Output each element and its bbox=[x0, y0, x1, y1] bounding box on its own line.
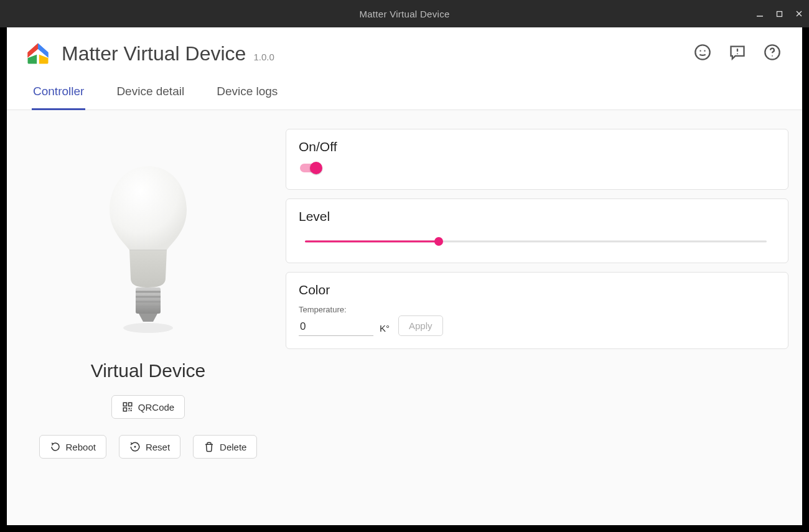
reset-label: Reset bbox=[146, 442, 170, 452]
app-title: Matter Virtual Device bbox=[62, 42, 246, 65]
help-icon[interactable] bbox=[764, 44, 781, 63]
svg-rect-19 bbox=[128, 403, 131, 406]
qrcode-label: QRCode bbox=[138, 402, 174, 413]
svg-rect-20 bbox=[123, 408, 126, 411]
svg-rect-22 bbox=[131, 408, 132, 409]
window-maximize-button[interactable] bbox=[776, 11, 783, 17]
svg-point-4 bbox=[695, 45, 709, 59]
delete-button[interactable]: Delete bbox=[193, 435, 257, 459]
controls-panel: On/Off Level Color Temperature: bbox=[286, 129, 788, 506]
svg-point-6 bbox=[704, 50, 705, 52]
delete-label: Delete bbox=[220, 442, 246, 452]
qrcode-row: QRCode bbox=[111, 395, 185, 419]
level-card: Level bbox=[286, 198, 788, 263]
tab-controller[interactable]: Controller bbox=[32, 85, 85, 110]
window-title: Matter Virtual Device bbox=[359, 9, 449, 19]
window-close-button[interactable] bbox=[795, 10, 803, 17]
lightbulb-icon bbox=[98, 160, 198, 340]
level-slider[interactable] bbox=[305, 233, 767, 250]
svg-rect-23 bbox=[128, 410, 129, 411]
svg-rect-21 bbox=[128, 408, 129, 409]
reboot-label: Reboot bbox=[66, 442, 96, 452]
temperature-label: Temperature: bbox=[299, 305, 775, 314]
os-titlebar: Matter Virtual Device bbox=[0, 0, 809, 27]
device-actions-row: Reboot Reset Delete bbox=[39, 435, 258, 459]
qrcode-button[interactable]: QRCode bbox=[111, 395, 185, 419]
temperature-input[interactable] bbox=[299, 318, 373, 336]
window-minimize-button[interactable] bbox=[756, 10, 764, 17]
device-name: Virtual Device bbox=[91, 360, 206, 381]
temperature-unit: K° bbox=[380, 323, 390, 336]
svg-point-8 bbox=[737, 53, 738, 54]
feedback-icon[interactable] bbox=[729, 44, 746, 63]
svg-point-11 bbox=[123, 323, 173, 333]
app-version: 1.0.0 bbox=[253, 52, 274, 62]
reset-icon bbox=[129, 441, 141, 452]
tabs: Controller Device detail Device logs bbox=[7, 73, 802, 110]
svg-point-5 bbox=[699, 50, 701, 52]
tab-device-detail[interactable]: Device detail bbox=[115, 85, 185, 110]
device-panel: Virtual Device QRCode Reboot Reset bbox=[21, 129, 276, 506]
svg-rect-24 bbox=[130, 410, 131, 411]
reboot-icon bbox=[50, 441, 61, 452]
topbar-icons bbox=[694, 44, 785, 63]
app-window: Matter Virtual Device 1.0.0 Controller D… bbox=[7, 27, 802, 525]
tab-device-logs[interactable]: Device logs bbox=[215, 85, 279, 110]
google-home-logo-icon bbox=[24, 40, 52, 67]
onoff-switch[interactable] bbox=[299, 162, 321, 174]
svg-point-25 bbox=[134, 446, 136, 448]
topbar: Matter Virtual Device 1.0.0 bbox=[7, 27, 802, 73]
qrcode-icon bbox=[122, 401, 133, 413]
window-buttons bbox=[756, 0, 803, 27]
trash-icon bbox=[203, 441, 215, 452]
onoff-title: On/Off bbox=[299, 139, 775, 154]
color-title: Color bbox=[299, 282, 775, 297]
content: Virtual Device QRCode Reboot Reset bbox=[7, 110, 802, 525]
reset-button[interactable]: Reset bbox=[119, 435, 180, 459]
smiley-icon[interactable] bbox=[694, 44, 711, 63]
reboot-button[interactable]: Reboot bbox=[39, 435, 106, 459]
onoff-card: On/Off bbox=[286, 129, 788, 190]
level-title: Level bbox=[299, 209, 775, 224]
temperature-row: K° Apply bbox=[299, 315, 775, 336]
svg-point-10 bbox=[772, 55, 773, 57]
app-title-group: Matter Virtual Device 1.0.0 bbox=[62, 42, 274, 65]
svg-rect-18 bbox=[123, 403, 126, 406]
color-card: Color Temperature: K° Apply bbox=[286, 272, 788, 349]
svg-rect-1 bbox=[777, 11, 782, 16]
apply-button[interactable]: Apply bbox=[398, 315, 443, 336]
